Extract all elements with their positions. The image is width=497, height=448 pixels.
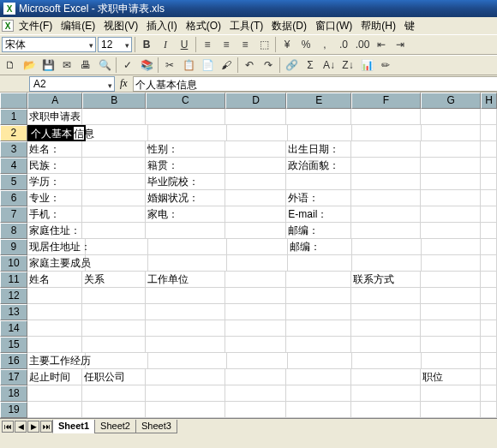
cell-B17[interactable]: 任职公司 [82, 369, 146, 385]
cell-E2[interactable] [288, 125, 352, 141]
row-head[interactable]: 12 [0, 288, 27, 304]
cell-C12[interactable] [146, 288, 225, 304]
cell-E12[interactable] [286, 288, 351, 304]
cell-F2[interactable] [352, 125, 422, 141]
cell-H8[interactable] [481, 223, 497, 239]
menu-help[interactable]: 帮助(H) [357, 19, 399, 33]
cell-G5[interactable] [421, 174, 481, 190]
menu-tools[interactable]: 工具(T) [226, 19, 266, 33]
cell-G12[interactable] [421, 288, 481, 304]
cell-E18[interactable] [286, 385, 351, 402]
cell-A2[interactable]: 个人基本信息 [27, 125, 86, 141]
paste-icon[interactable]: 📄 [199, 57, 216, 74]
cell-C8[interactable] [146, 223, 225, 239]
align-center-icon[interactable]: ≡ [218, 36, 235, 53]
dec-indent-icon[interactable]: ⇤ [373, 36, 390, 53]
mail-icon[interactable]: ✉ [58, 57, 75, 74]
cell-A7[interactable]: 手机： [27, 206, 82, 223]
cell-A4[interactable]: 民族： [27, 158, 82, 174]
fx-label[interactable]: fx [115, 77, 133, 90]
cell-C19[interactable] [146, 402, 225, 418]
cell-G14[interactable] [421, 320, 481, 337]
cell-E1[interactable] [286, 109, 351, 125]
tab-first-icon[interactable]: ⏮ [2, 421, 14, 433]
cell-G10[interactable] [422, 255, 481, 272]
cell-C10[interactable] [148, 255, 227, 272]
cell-E15[interactable] [286, 337, 351, 353]
row-head[interactable]: 19 [0, 402, 27, 418]
col-C[interactable]: C [146, 93, 225, 109]
cell-H15[interactable] [481, 337, 497, 353]
cell-D8[interactable] [225, 223, 287, 239]
tab-last-icon[interactable]: ⏭ [40, 421, 52, 433]
cell-H19[interactable] [481, 402, 497, 418]
cell-H4[interactable] [481, 158, 497, 174]
cut-icon[interactable]: ✂ [161, 57, 178, 74]
research-icon[interactable]: 📚 [138, 57, 155, 74]
row-head[interactable]: 14 [0, 320, 27, 337]
underline-button[interactable]: U [176, 36, 193, 53]
cell-G6[interactable] [421, 190, 481, 206]
redo-icon[interactable]: ↷ [260, 57, 277, 74]
cell-D18[interactable] [225, 385, 287, 402]
cell-A17[interactable]: 起止时间 [27, 369, 82, 385]
cell-B6[interactable] [82, 190, 146, 206]
col-D[interactable]: D [225, 93, 287, 109]
sum-icon[interactable]: Σ [302, 57, 319, 74]
cell-D13[interactable] [225, 304, 287, 320]
col-F[interactable]: F [351, 93, 421, 109]
merge-icon[interactable]: ⬚ [255, 36, 272, 53]
cell-C6[interactable]: 婚姻状况： [146, 190, 225, 206]
cell-F10[interactable] [352, 255, 422, 272]
cell-D11[interactable] [225, 272, 287, 288]
row-head[interactable]: 15 [0, 337, 27, 353]
spell-icon[interactable]: ✓ [119, 57, 136, 74]
cell-A11[interactable]: 姓名 [27, 272, 82, 288]
menu-window[interactable]: 窗口(W) [312, 19, 356, 33]
cell-A8[interactable]: 家庭住址： [27, 223, 82, 239]
cell-C2[interactable] [148, 125, 227, 141]
cell-C13[interactable] [146, 304, 225, 320]
undo-icon[interactable]: ↶ [241, 57, 258, 74]
row-head[interactable]: 5 [0, 174, 27, 190]
cell-C5[interactable]: 毕业院校： [146, 174, 225, 190]
cell-A10[interactable]: 家庭主要成员 [27, 255, 86, 272]
cell-F3[interactable] [351, 141, 421, 158]
font-select[interactable]: 宋体 [2, 37, 96, 52]
cell-H9[interactable] [481, 239, 497, 255]
cell-H1[interactable] [481, 109, 497, 125]
cell-H11[interactable] [481, 272, 497, 288]
cell-A15[interactable] [27, 337, 82, 353]
cell-D1[interactable] [225, 109, 287, 125]
cell-E17[interactable] [286, 369, 351, 385]
cell-F15[interactable] [351, 337, 421, 353]
cell-D19[interactable] [225, 402, 287, 418]
open-icon[interactable]: 📂 [21, 57, 38, 74]
sheet-tab-2[interactable]: Sheet2 [94, 420, 136, 433]
cell-G17[interactable]: 职位 [421, 369, 481, 385]
cell-D16[interactable] [227, 353, 288, 369]
cell-B9[interactable] [86, 239, 148, 255]
cell-H5[interactable] [481, 174, 497, 190]
cell-A9[interactable]: 现居住地址： [27, 239, 86, 255]
cell-B14[interactable] [82, 320, 146, 337]
cell-B12[interactable] [82, 288, 146, 304]
cell-B18[interactable] [82, 385, 146, 402]
cell-G2[interactable] [422, 125, 481, 141]
formula-input[interactable]: 个人基本信息 [133, 76, 497, 92]
cell-A6[interactable]: 专业： [27, 190, 82, 206]
cell-A3[interactable]: 姓名： [27, 141, 82, 158]
row-head[interactable]: 6 [0, 190, 27, 206]
print-icon[interactable]: 🖶 [77, 57, 94, 74]
cell-D10[interactable] [227, 255, 288, 272]
cell-B1[interactable] [82, 109, 146, 125]
menu-format[interactable]: 格式(O) [183, 19, 225, 33]
menu-file[interactable]: 文件(F) [15, 19, 56, 33]
dec-decimal-icon[interactable]: .00 [354, 36, 371, 53]
chart-icon[interactable]: 📊 [358, 57, 375, 74]
percent-icon[interactable]: % [297, 36, 314, 53]
cell-B8[interactable] [82, 223, 146, 239]
bold-button[interactable]: B [138, 36, 155, 53]
cell-F12[interactable] [351, 288, 421, 304]
cell-B2[interactable] [86, 125, 148, 141]
